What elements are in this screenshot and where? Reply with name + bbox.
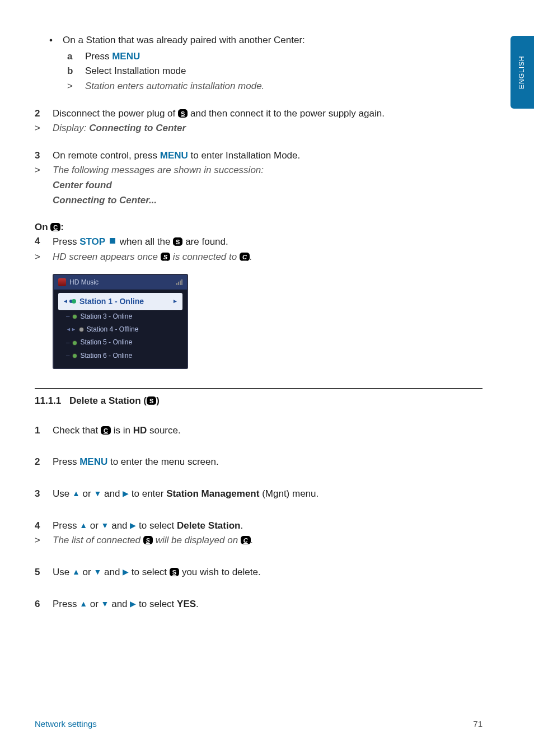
- step-number: 2: [35, 455, 43, 469]
- s-icon: S: [178, 109, 188, 118]
- section-rule: [35, 388, 483, 389]
- d4-mid3: to select: [136, 520, 177, 531]
- step3-res3: Connecting to Center...: [53, 194, 157, 208]
- osd-item: ─ Station 6 - Online: [58, 349, 182, 362]
- stop-action: STOP: [79, 236, 105, 247]
- d2-text: Press MENU to enter the menu screen.: [53, 455, 219, 469]
- status-dot-icon: [73, 354, 77, 358]
- step2-pre: Disconnect the power plug of: [53, 108, 178, 119]
- intro-a: a Press MENU: [67, 50, 483, 64]
- step-number: 3: [35, 149, 43, 163]
- osd-item-label: Station 6 - Online: [80, 351, 132, 361]
- step-4: 4 Press STOP when all the S are found.: [35, 235, 483, 249]
- gt-symbol: >: [35, 164, 43, 178]
- bar-icon: ─: [66, 313, 69, 320]
- d2-pre: Press: [53, 456, 79, 467]
- d3-post: (Mgnt) menu.: [259, 488, 318, 499]
- d4-res-end: .: [251, 535, 254, 545]
- step4-pre: Press: [53, 236, 79, 247]
- spacer: [35, 179, 43, 193]
- right-arrow-icon: ▶: [123, 567, 129, 576]
- on-c-heading: On C:: [35, 221, 483, 235]
- delete-step-3: 3 Use ▲ or ▼ and ▶ to enter Station Mana…: [35, 487, 483, 501]
- step-number: 3: [35, 487, 43, 501]
- menu-action: MENU: [79, 456, 107, 467]
- up-arrow-icon: ▲: [72, 567, 80, 576]
- step-3-result3: Connecting to Center...: [35, 194, 483, 208]
- language-tab: ENGLISH: [510, 36, 534, 109]
- step4-res-mid: is connected to: [170, 251, 240, 262]
- s-icon: S: [161, 253, 170, 261]
- delete-step-1: 1 Check that C is in HD source.: [35, 424, 483, 438]
- d2-post: to enter the menu screen.: [107, 456, 218, 467]
- menu-action: MENU: [112, 51, 140, 62]
- osd-item-label: Station 4 - Offline: [87, 325, 139, 334]
- d6-bold: YES: [177, 599, 196, 609]
- step-number: 5: [35, 566, 43, 580]
- bullet-dot: •: [49, 34, 53, 48]
- d6-post: .: [196, 599, 199, 609]
- page-footer: Network settings 71: [35, 718, 483, 730]
- page-content: • On a Station that was already paired w…: [35, 34, 483, 612]
- step4-res-end: .: [250, 251, 252, 262]
- step2-res-bold: Connecting to Center: [89, 123, 186, 133]
- d4-res-mid: will be displayed on: [153, 535, 241, 545]
- step4-post: are found.: [182, 236, 228, 247]
- step2-res-pre: Display:: [53, 123, 89, 133]
- intro-a-label: a: [67, 50, 76, 64]
- down-arrow-icon: ▼: [101, 521, 109, 530]
- right-arrow-icon: ▶: [130, 599, 136, 608]
- d4-post: .: [240, 520, 243, 531]
- d6-text: Press ▲ or ▼ and ▶ to select YES.: [53, 598, 199, 612]
- intro-a-pre: Press: [85, 51, 112, 62]
- d3-text: Use ▲ or ▼ and ▶ to enter Station Manage…: [53, 487, 318, 501]
- step-2-text: Disconnect the power plug of S and then …: [53, 107, 385, 121]
- svg-rect-0: [110, 238, 115, 244]
- intro-result: > Station enters automatic installation …: [67, 80, 483, 94]
- d4-bold: Delete Station: [177, 520, 240, 531]
- status-dot-icon: [73, 315, 77, 319]
- osd-item-label: Station 3 - Online: [80, 312, 132, 321]
- step4-res-pre: HD screen appears once: [53, 251, 161, 262]
- d6-mid2: and: [109, 599, 130, 609]
- step4-res: HD screen appears once S is connected to…: [53, 250, 252, 264]
- bar-icon: ─: [66, 339, 69, 347]
- osd-header-label: HD Music: [69, 278, 99, 287]
- d6-mid3: to select: [136, 599, 177, 609]
- status-dot-icon: [72, 299, 76, 304]
- d6-mid1: or: [87, 599, 101, 609]
- menu-action: MENU: [160, 150, 188, 161]
- step-4-result: > HD screen appears once S is connected …: [35, 250, 483, 264]
- gt-symbol: >: [35, 122, 43, 136]
- step4-mid: when all the: [120, 236, 173, 247]
- spacer: [35, 194, 43, 208]
- stop-icon: [109, 235, 116, 249]
- osd-item: ─ Station 3 - Online: [58, 310, 182, 323]
- step-3-text: On remote control, press MENU to enter I…: [53, 149, 300, 163]
- s-icon: S: [173, 237, 182, 246]
- up-arrow-icon: ▲: [79, 599, 87, 608]
- step2-post: and then connect it to the power supply …: [188, 108, 385, 119]
- c-icon: C: [241, 536, 251, 544]
- d4-text: Press ▲ or ▼ and ▶ to select Delete Stat…: [53, 519, 243, 533]
- step3-pre: On remote control, press: [53, 150, 160, 161]
- osd-header: HD Music: [54, 275, 187, 290]
- d1-post: source.: [147, 425, 180, 436]
- section-heading: 11.1.1 Delete a Station (S): [35, 394, 483, 408]
- s-icon: S: [147, 396, 156, 405]
- d5-text: Use ▲ or ▼ and ▶ to select S you wish to…: [53, 566, 261, 580]
- step-number: 1: [35, 424, 43, 438]
- delete-step-2: 2 Press MENU to enter the menu screen.: [35, 455, 483, 469]
- right-arrow-icon: ▶: [130, 521, 136, 530]
- step-2-result: > Display: Connecting to Center: [35, 122, 483, 136]
- intro-b: b Select Installation mode: [67, 64, 483, 78]
- step-number: 2: [35, 107, 43, 121]
- intro-bullet: • On a Station that was already paired w…: [49, 34, 483, 48]
- osd-item: ─ Station 5 - Online: [58, 336, 182, 349]
- s-icon: S: [170, 568, 179, 576]
- step-number: 4: [35, 235, 43, 249]
- signal-icon: [176, 279, 182, 285]
- step-2: 2 Disconnect the power plug of S and the…: [35, 107, 483, 121]
- d1-pre: Check that: [53, 425, 101, 436]
- d4-res: The list of connected S will be displaye…: [53, 534, 254, 548]
